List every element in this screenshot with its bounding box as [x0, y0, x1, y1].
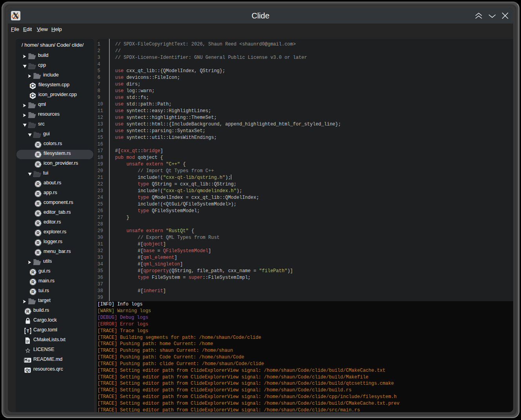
svg-text:R: R — [31, 279, 34, 284]
svg-text:R: R — [36, 181, 40, 186]
svg-text:R: R — [36, 250, 40, 255]
svg-text:R: R — [36, 142, 40, 147]
svg-text:R: R — [31, 269, 34, 274]
svg-text:T: T — [26, 329, 29, 333]
svg-text:Qt: Qt — [25, 368, 30, 372]
svg-text:R: R — [36, 240, 40, 245]
svg-text:R: R — [36, 191, 40, 196]
svg-text:R: R — [36, 152, 40, 156]
svg-text:R: R — [31, 289, 34, 294]
svg-text:R: R — [36, 220, 40, 225]
svg-text:R: R — [26, 309, 29, 313]
svg-text:R: R — [36, 230, 40, 235]
svg-text:R: R — [36, 211, 40, 215]
svg-text:R: R — [36, 162, 40, 166]
svg-text:R: R — [36, 201, 40, 205]
